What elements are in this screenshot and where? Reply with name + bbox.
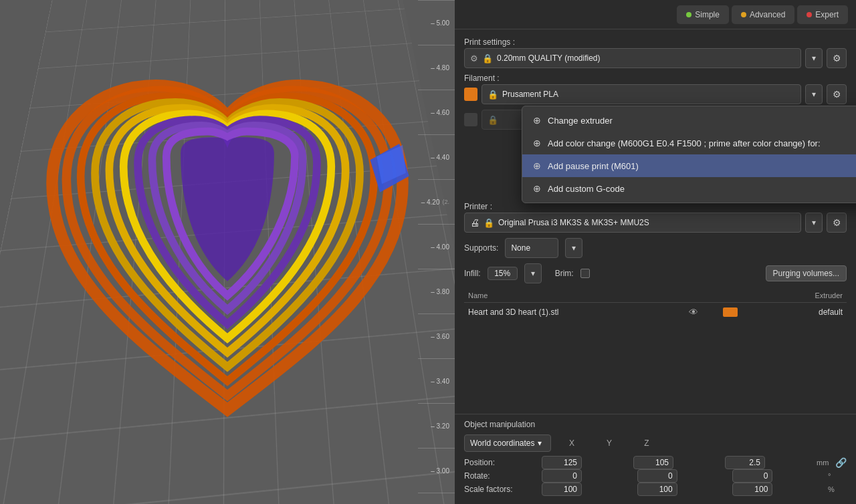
scale-tick-2: – 4.80	[418, 45, 455, 90]
col-name-header: Name	[464, 289, 675, 303]
print-settings-value: 0.20mm QUALITY (modified)	[497, 53, 795, 63]
menu-add-custom-gcode[interactable]: ⊕ Add custom G-code	[522, 177, 856, 200]
print-settings-section: Print settings : ⚙ 🔒 0.20mm QUALITY (mod…	[464, 37, 847, 68]
simple-label: Simple	[695, 10, 720, 19]
rotate-unit: °	[828, 472, 843, 480]
position-x-input[interactable]	[542, 456, 582, 469]
filament2-lock-icon: 🔒	[488, 115, 498, 125]
scale-row: Scale factors: %	[464, 483, 847, 496]
table-row: Heart and 3D heart (1).stl 👁 default	[464, 303, 847, 322]
scale-tick-12: – 2.80	[418, 493, 455, 504]
position-y-input[interactable]	[633, 456, 673, 469]
menu-add-color-change[interactable]: ⊕ Add color change (M600G1 E0.4 F1500 ; …	[522, 132, 856, 154]
printer-lock-icon: 🔒	[484, 218, 494, 228]
position-row: Position: mm 🔗	[464, 456, 847, 469]
object-manipulation-title: Object manipulation	[464, 420, 847, 429]
supports-dropdown-btn[interactable]: ▾	[565, 238, 582, 258]
supports-label: Supports:	[464, 243, 498, 253]
rotate-x-input[interactable]	[542, 469, 582, 483]
infill-value: 15%	[488, 267, 518, 280]
infill-brim-row: Infill: 15% ▾ Brim: Purging volumes...	[464, 263, 847, 283]
print-settings-dropdown[interactable]: ⚙ 🔒 0.20mm QUALITY (modified)	[464, 48, 801, 68]
3d-viewport[interactable]: – 5.00 – 4.80 – 4.60 – 4.40 – 4.20(2. – …	[0, 0, 455, 504]
simple-dot	[686, 12, 691, 17]
rotate-z-input[interactable]	[732, 469, 772, 483]
col-eye-header	[675, 289, 713, 303]
scale-y-input[interactable]	[637, 483, 677, 496]
filament-value: Prusament PLA	[502, 90, 795, 99]
position-z-input[interactable]	[725, 456, 765, 469]
brim-label: Brim:	[555, 269, 574, 278]
extruder-swatch	[723, 307, 738, 317]
filament-gear-btn[interactable]: ⚙	[827, 84, 847, 104]
scale-unit: %	[828, 485, 843, 493]
z-coord-header: Z	[630, 438, 663, 448]
object-manipulation-section: Object manipulation World coordinates ▾ …	[455, 414, 856, 504]
add-pause-icon: ⊕	[533, 160, 541, 171]
scale-tick-10: – 3.20	[418, 403, 455, 448]
add-custom-gcode-label: Add custom G-code	[548, 184, 625, 194]
supports-value: None	[511, 243, 530, 253]
menu-add-pause-print[interactable]: ⊕ Add pause print (M601)	[522, 154, 856, 177]
printer-label: Printer :	[464, 202, 847, 211]
printer-value: Original Prusa i3 MK3S & MK3S+ MMU2S	[498, 218, 795, 227]
brim-checkbox[interactable]	[580, 269, 590, 278]
filament-color-swatch	[464, 88, 477, 101]
change-extruder-icon: ⊕	[533, 115, 541, 126]
context-menu: ⊕ Change extruder › ⊕ Add color change (…	[522, 106, 856, 203]
print-settings-row: ⚙ 🔒 0.20mm QUALITY (modified) ▾ ⚙	[464, 48, 847, 68]
settings-panel: Print settings : ⚙ 🔒 0.20mm QUALITY (mod…	[455, 29, 856, 414]
table-header-row: Name Extruder	[464, 289, 847, 303]
scale-tick-1: – 5.00	[418, 0, 455, 45]
expert-mode-button[interactable]: Expert	[797, 5, 848, 24]
file-table: Name Extruder Heart and 3D heart (1).stl…	[464, 289, 847, 322]
expert-dot	[807, 12, 812, 17]
top-bar: Simple Advanced Expert	[455, 0, 856, 29]
extruder-cell: default	[751, 303, 847, 322]
scale-tick-9: – 3.40	[418, 358, 455, 403]
filament-lock-icon: 🔒	[488, 90, 498, 100]
supports-dropdown[interactable]: None	[505, 238, 558, 258]
world-coordinates-label: World coordinates	[470, 438, 535, 448]
printer-dropdown[interactable]: 🖨 🔒 Original Prusa i3 MK3S & MK3S+ MMU2S	[464, 213, 801, 233]
filament2-swatch	[464, 113, 477, 126]
world-coordinates-dropdown[interactable]: World coordinates ▾	[464, 434, 551, 452]
scale-tick-4: – 4.40	[418, 134, 455, 179]
print-settings-lock-icon: 🔒	[482, 53, 493, 64]
menu-change-extruder[interactable]: ⊕ Change extruder ›	[522, 109, 856, 132]
eye-icon[interactable]: 👁	[689, 307, 698, 318]
printer-row: 🖨 🔒 Original Prusa i3 MK3S & MK3S+ MMU2S…	[464, 213, 847, 233]
file-table-container: Name Extruder Heart and 3D heart (1).stl…	[464, 289, 847, 322]
scale-tick-8: – 3.60	[418, 313, 455, 358]
filament-label: Filament :	[464, 74, 847, 83]
printer-icon: 🖨	[470, 217, 479, 228]
advanced-mode-button[interactable]: Advanced	[732, 5, 794, 24]
scale-tick-3: – 4.60	[418, 90, 455, 134]
scale-x-input[interactable]	[542, 483, 582, 496]
purging-volumes-button[interactable]: Purging volumes...	[766, 265, 847, 281]
print-settings-dropdown-btn[interactable]: ▾	[805, 48, 823, 68]
filament-section: Filament : 🔒 Prusament PLA ▾ ⚙	[464, 74, 847, 104]
add-custom-gcode-icon: ⊕	[533, 183, 541, 194]
position-link-icon: 🔗	[835, 457, 847, 468]
printer-gear-btn[interactable]: ⚙	[827, 213, 847, 233]
expert-label: Expert	[815, 10, 839, 19]
scale-label: Scale factors:	[464, 485, 538, 494]
infill-dropdown-btn[interactable]: ▾	[524, 263, 542, 283]
infill-label: Infill:	[464, 269, 481, 278]
col-extruder-header: Extruder	[751, 289, 847, 303]
filament-dropdown[interactable]: 🔒 Prusament PLA	[481, 84, 801, 104]
printer-dropdown-btn[interactable]: ▾	[805, 213, 823, 233]
file-swatch-cell	[713, 303, 751, 322]
y-coord-header: Y	[593, 438, 626, 448]
file-eye-cell[interactable]: 👁	[675, 303, 713, 322]
scale-tick-6: – 4.00	[418, 224, 455, 269]
print-settings-gear-btn[interactable]: ⚙	[827, 48, 847, 68]
filament-dropdown-btn[interactable]: ▾	[805, 84, 823, 104]
rotate-y-input[interactable]	[637, 469, 677, 483]
simple-mode-button[interactable]: Simple	[677, 5, 729, 24]
scale-tick-5: – 4.20(2.	[418, 179, 455, 224]
printer-section: Printer : 🖨 🔒 Original Prusa i3 MK3S & M…	[464, 202, 847, 233]
add-color-change-icon: ⊕	[533, 138, 541, 148]
scale-z-input[interactable]	[732, 483, 772, 496]
